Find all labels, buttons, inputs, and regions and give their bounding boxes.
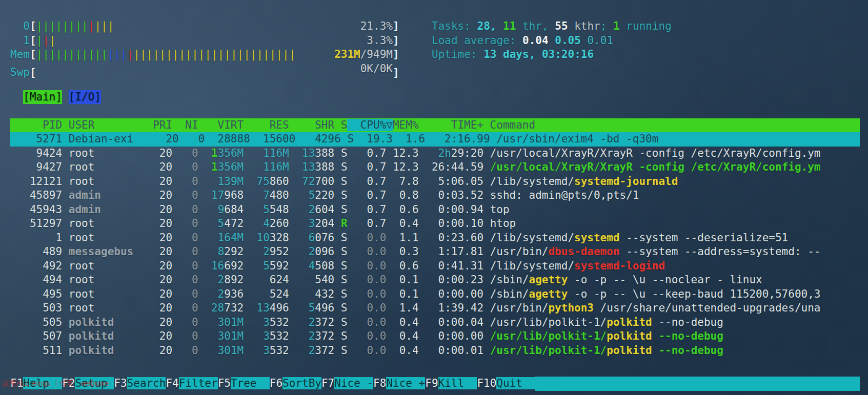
process-row[interactable]: 45897 admin 20 0 17968 7480 5220 S 0.7 0… <box>10 189 860 203</box>
system-info: Tasks: 28, 11 thr, 55 kthr; 1 running Lo… <box>432 19 672 62</box>
bracket-close: ] <box>393 34 399 47</box>
fkey-f3[interactable]: F3Search <box>114 377 166 391</box>
bracket-open: [ <box>30 20 36 32</box>
process-row[interactable]: 507 polkitd 20 0 301M 3532 2372 S 0.0 0.… <box>10 329 860 344</box>
process-row[interactable]: 9424 root 20 0 1356M 116M 13388 S 0.7 12… <box>10 147 860 161</box>
blank-line <box>10 104 861 118</box>
uptime-line: Uptime: 13 days, 03:20:16 <box>432 48 672 62</box>
bracket-open: [ <box>30 34 36 47</box>
swap-meter: Swp[0K/0K] <box>10 62 861 76</box>
fkey-f8[interactable]: F8Nice + <box>373 377 425 391</box>
mem-label: Mem <box>10 48 30 62</box>
fkey-f7[interactable]: F7Nice - <box>321 377 373 391</box>
bracket-open: [ <box>30 66 36 78</box>
fkey-f9[interactable]: F9Kill <box>425 377 477 391</box>
process-row[interactable]: 12121 root 20 0 139M 75860 72700 S 0.7 7… <box>10 175 860 189</box>
header-columns-right[interactable]: MEM% TIME+ Command <box>393 119 535 131</box>
blank-line <box>10 76 861 90</box>
process-row[interactable]: 495 root 20 0 2936 524 432 S 0.0 0.1 0:0… <box>10 287 860 302</box>
process-rows: 5271 Debian-exi 20 0 28888 15600 4296 S … <box>10 132 860 358</box>
watermark-text: 该图片由 eings 上传至—webqwe <box>2 379 109 388</box>
process-row[interactable]: 5271 Debian-exi 20 0 28888 15600 4296 S … <box>10 132 860 147</box>
bracket-close: ] <box>393 20 399 32</box>
tab-main[interactable]: [Main] <box>23 90 62 105</box>
fkey-f5[interactable]: F5Tree <box>218 377 270 391</box>
cpu1-label: 1 <box>10 34 30 48</box>
screen-tabs: [Main] [I/O] <box>10 90 861 105</box>
bracket-open: [ <box>30 48 36 60</box>
swp-value: 0K/0K <box>360 62 393 76</box>
process-row[interactable]: 489 messagebus 20 0 8292 2952 2096 S 0.0… <box>10 245 860 259</box>
tab-io[interactable]: [I/O] <box>69 90 101 105</box>
process-row[interactable]: 511 polkitd 20 0 301M 3532 2372 S 0.0 0.… <box>10 344 860 358</box>
cpu1-bars: ||| <box>36 34 56 48</box>
function-key-bar: F1Help F2Setup F3SearchF4FilterF5Tree F6… <box>10 377 860 391</box>
fkey-f10[interactable]: F10Quit <box>477 377 535 391</box>
mem-bars: |||||||||||||||||||||||||||||||||||||||| <box>36 48 296 62</box>
cpu0-bars: |||||||||||| <box>36 19 114 34</box>
load-average-line: Load average: 0.04 0.05 0.01 <box>432 34 672 48</box>
process-row[interactable]: 503 root 20 0 28732 13496 5496 S 0.0 1.4… <box>10 301 860 316</box>
process-row[interactable]: 492 root 20 0 16692 5592 4508 S 0.0 0.6 … <box>10 259 860 274</box>
process-row[interactable]: 51297 root 20 0 5472 4260 3204 R 0.7 0.4… <box>10 217 860 231</box>
fkey-f6[interactable]: F6SortBy <box>270 377 321 391</box>
htop-terminal: 0[||||||||||||21.3%] 1[|||3.3%] Mem[||||… <box>10 19 861 358</box>
fkey-f4[interactable]: F4Filter <box>166 377 217 391</box>
table-header[interactable]: PID USER PRI NI VIRT RES SHR S CPU%▽MEM%… <box>10 118 860 133</box>
tasks-line: Tasks: 28, 11 thr, 55 kthr; 1 running <box>432 19 672 34</box>
cpu0-value: 21.3% <box>360 19 393 34</box>
process-row[interactable]: 505 polkitd 20 0 301M 3532 2372 S 0.0 0.… <box>10 316 860 330</box>
process-row[interactable]: 45943 admin 20 0 9684 5548 2604 S 0.7 0.… <box>10 203 860 217</box>
cpu0-label: 0 <box>10 19 30 34</box>
fkey-bar-fill <box>535 377 860 391</box>
header-columns-left[interactable]: PID USER PRI NI VIRT RES SHR S <box>10 119 347 131</box>
bracket-close: ] <box>393 66 399 78</box>
process-row[interactable]: 9427 root 20 0 1356M 116M 13388 S 0.7 12… <box>10 160 860 175</box>
cpu1-value: 3.3% <box>367 34 393 48</box>
swp-label: Swp <box>10 66 30 80</box>
mem-value: 231M/949M <box>334 48 393 62</box>
process-row[interactable]: 1 root 20 0 164M 10328 6076 S 0.0 1.1 0:… <box>10 231 860 245</box>
bracket-close: ] <box>393 48 399 60</box>
process-row[interactable]: 494 root 20 0 2892 624 540 S 0.0 0.1 0:0… <box>10 273 860 287</box>
column-cpu-sort[interactable]: CPU%▽ <box>347 119 393 131</box>
